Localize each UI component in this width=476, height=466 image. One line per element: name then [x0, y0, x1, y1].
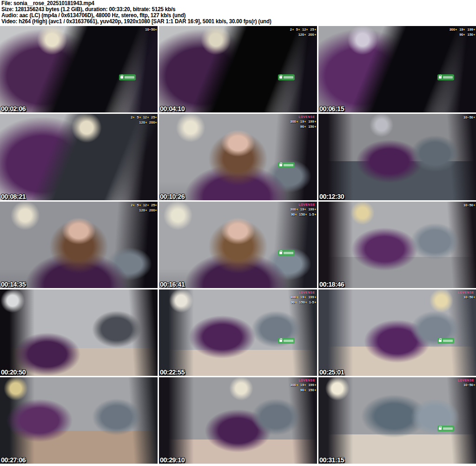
- video-thumbnail: 300191999015000:06:15: [318, 26, 476, 112]
- watermark-text-bar: [443, 340, 453, 342]
- lovense-watermark-icon: [437, 426, 454, 432]
- lovense-watermark-icon: [278, 162, 295, 168]
- lock-icon: [439, 76, 442, 79]
- watermark-text-bar: [284, 76, 293, 79]
- thumbnail-timestamp: 00:10:26: [160, 192, 185, 200]
- lovense-watermark-icon: [278, 338, 295, 344]
- video-info-line: Video: h264 (High) (avc1 / 0x31637661), …: [1, 19, 443, 25]
- thumbnail-timestamp: 00:02:06: [1, 105, 26, 112]
- watermark-text-bar: [443, 427, 453, 430]
- thumbnail-image: [0, 114, 158, 200]
- thumbnail-timestamp: 00:25:01: [319, 368, 344, 376]
- thumbnail-timestamp: 00:29:10: [160, 456, 185, 464]
- thumbnail-timestamp: 00:31:15: [319, 456, 344, 464]
- video-thumbnail: 10~5000:12:30: [318, 114, 476, 200]
- thumbnail-image: [159, 289, 317, 376]
- lovense-watermark-icon: [437, 74, 454, 80]
- video-thumbnail: 00:27:06: [0, 377, 158, 464]
- thumbnail-image: [318, 202, 476, 288]
- thumbnail-image: [0, 202, 158, 288]
- video-thumbnail: LOVENSE300191999015000:29:10: [159, 377, 317, 464]
- thumbnail-timestamp: 00:06:15: [319, 105, 344, 112]
- lock-icon: [279, 76, 282, 79]
- thumbnail-image: [0, 289, 158, 376]
- lock-icon: [439, 427, 442, 430]
- video-thumbnail: 10~5000:02:06: [0, 26, 158, 112]
- lock-icon: [279, 164, 282, 166]
- video-thumbnail: LOVENSE10~5000:25:01: [318, 289, 476, 376]
- lock-icon: [439, 340, 442, 342]
- watermark-text-bar: [284, 252, 293, 254]
- video-thumbnail: LOVENSE300191999015000:10:26: [159, 114, 317, 200]
- watermark-text-bar: [284, 340, 293, 342]
- lovense-watermark-icon: [278, 250, 295, 256]
- video-contact-sheet: File: sonia__rose_202510181943.mp4 Size:…: [0, 0, 476, 466]
- thumbnail-image: [318, 114, 476, 200]
- video-thumbnail: 25122512020000:14:35: [0, 202, 158, 288]
- watermark-text-bar: [125, 76, 134, 79]
- video-thumbnail: LOVENSE30019199901501-500:22:55: [159, 289, 317, 376]
- lock-icon: [279, 252, 282, 254]
- lovense-watermark-icon: [278, 74, 295, 80]
- lovense-watermark-icon: [437, 338, 454, 344]
- thumbnail-timestamp: 00:16:41: [160, 280, 185, 288]
- video-thumbnail: 00:20:50: [0, 289, 158, 376]
- watermark-text-bar: [443, 76, 453, 79]
- thumbnail-image: [318, 26, 476, 112]
- lock-icon: [279, 340, 282, 342]
- video-thumbnail: 25122512020000:08:21: [0, 114, 158, 200]
- video-thumbnail: 25122512020000:04:10: [159, 26, 317, 112]
- video-thumbnail: LOVENSE10~5000:31:15: [318, 377, 476, 464]
- thumbnail-grid: 10~5000:02:0625122512020000:04:103001919…: [0, 26, 476, 464]
- thumbnail-timestamp: 00:18:46: [319, 280, 344, 288]
- thumbnail-image: [0, 26, 158, 112]
- thumbnail-image: [159, 377, 317, 464]
- video-thumbnail: 10~5000:18:46: [318, 202, 476, 288]
- file-info-header: File: sonia__rose_202510181943.mp4 Size:…: [0, 0, 476, 25]
- thumbnail-image: [0, 377, 158, 464]
- lovense-watermark-icon: [119, 74, 136, 80]
- thumbnail-timestamp: 00:14:35: [1, 280, 26, 288]
- thumbnail-image: [159, 202, 317, 288]
- thumbnail-timestamp: 00:27:06: [1, 456, 26, 464]
- thumbnail-image: [159, 26, 317, 112]
- thumbnail-timestamp: 00:12:30: [319, 192, 344, 200]
- thumbnail-timestamp: 00:04:10: [160, 105, 185, 112]
- thumbnail-timestamp: 00:20:50: [1, 368, 26, 376]
- lock-icon: [120, 76, 123, 79]
- watermark-text-bar: [284, 164, 293, 166]
- thumbnail-image: [318, 289, 476, 376]
- thumbnail-image: [318, 377, 476, 464]
- thumbnail-image: [159, 114, 317, 200]
- video-thumbnail: LOVENSE30019199901501-500:16:41: [159, 202, 317, 288]
- thumbnail-timestamp: 00:08:21: [1, 192, 26, 200]
- thumbnail-timestamp: 00:22:55: [160, 368, 185, 376]
